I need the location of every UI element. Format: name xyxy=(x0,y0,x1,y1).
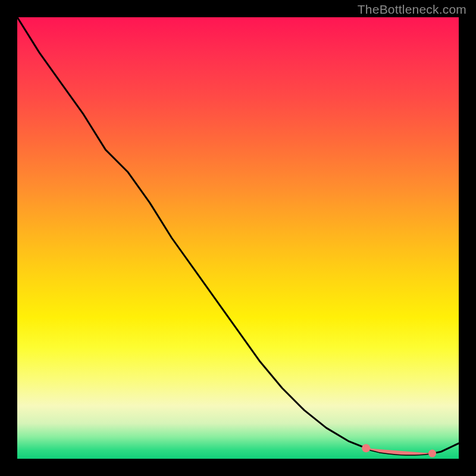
marker-dot-start xyxy=(362,444,370,452)
chart-frame: TheBottleneck.com xyxy=(0,0,476,476)
plot-area xyxy=(17,17,459,459)
watermark-text: TheBottleneck.com xyxy=(358,2,466,17)
marker-strip xyxy=(366,448,432,455)
chart-overlay xyxy=(17,17,459,459)
bottleneck-curve xyxy=(17,17,459,455)
marker-dot-end xyxy=(428,450,436,458)
curve-markers xyxy=(362,444,436,457)
